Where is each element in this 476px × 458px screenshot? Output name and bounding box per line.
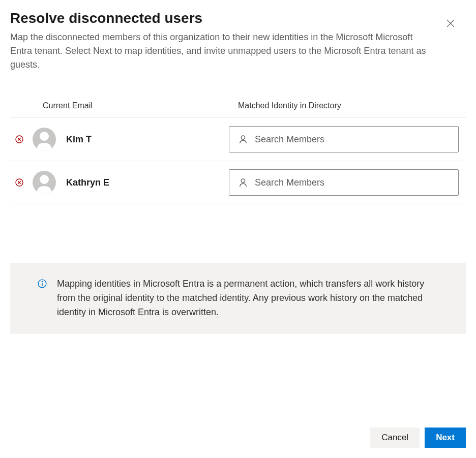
svg-point-11 [241,179,245,182]
member-search-input[interactable] [255,134,449,145]
svg-point-6 [241,136,245,139]
user-table-scroll[interactable]: Current Email Matched Identity in Direct… [10,95,466,237]
dialog-footer: Cancel Next [370,428,466,448]
user-row-right [229,169,466,196]
person-search-icon [239,135,248,144]
avatar [33,128,56,151]
close-button[interactable] [442,15,459,32]
svg-point-14 [42,281,42,282]
column-header-row: Current Email Matched Identity in Direct… [10,95,466,118]
error-icon [15,135,23,143]
user-name-label: Kim T [66,134,92,145]
resolve-users-dialog: Resolve disconnected users Map the disco… [0,0,476,458]
user-row-right [229,126,466,152]
close-icon [447,19,455,27]
member-search-box[interactable] [229,169,459,196]
user-row-left: Kathryn E [10,171,229,194]
dialog-title: Resolve disconnected users [10,10,466,26]
user-list-section: Current Email Matched Identity in Direct… [0,95,476,237]
info-box: Mapping identities in Microsoft Entra is… [10,263,466,334]
svg-point-10 [40,175,49,184]
next-button[interactable]: Next [425,428,466,448]
dialog-subtitle: Map the disconnected members of this org… [10,30,432,72]
member-search-box[interactable] [229,126,459,152]
user-row-left: Kim T [10,128,229,151]
user-row: Kathryn E [10,161,466,204]
svg-point-5 [40,132,49,141]
error-icon [15,178,23,187]
column-header-email: Current Email [10,101,229,110]
member-search-input[interactable] [255,177,449,188]
cancel-button[interactable]: Cancel [370,428,420,448]
avatar [33,171,56,194]
person-search-icon [239,178,248,187]
column-header-identity: Matched Identity in Directory [229,101,466,110]
user-row: Kim T [10,118,466,161]
user-name-label: Kathryn E [66,177,109,188]
info-icon [38,279,47,288]
info-text: Mapping identities in Microsoft Entra is… [57,277,438,320]
dialog-header: Resolve disconnected users Map the disco… [0,10,476,77]
